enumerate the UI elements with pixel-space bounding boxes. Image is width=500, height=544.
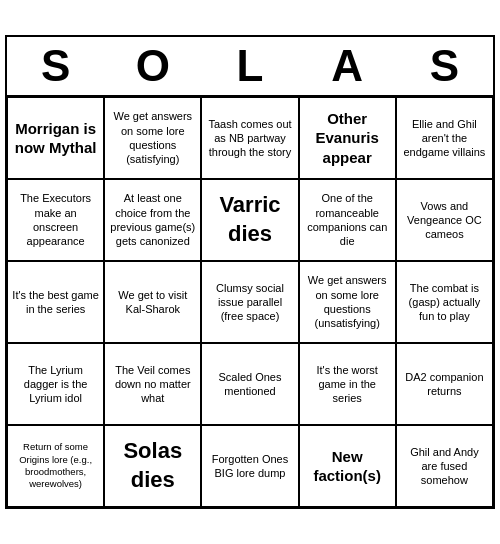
bingo-cell-23: New faction(s) [299, 425, 396, 507]
bingo-cell-20: Return of some Origins lore (e.g., brood… [7, 425, 104, 507]
bingo-cell-21: Solas dies [104, 425, 201, 507]
title-letter-s1: S [11, 41, 101, 91]
bingo-cell-0: Morrigan is now Mythal [7, 97, 104, 179]
bingo-cell-11: We get to visit Kal-Sharok [104, 261, 201, 343]
bingo-cell-4: Ellie and Ghil aren't the endgame villai… [396, 97, 493, 179]
bingo-cell-8: One of the romanceable companions can di… [299, 179, 396, 261]
bingo-cell-18: It's the worst game in the series [299, 343, 396, 425]
bingo-cell-12: Clumsy social issue parallel (free space… [201, 261, 298, 343]
bingo-cell-17: Scaled Ones mentioned [201, 343, 298, 425]
bingo-cell-6: At least one choice from the previous ga… [104, 179, 201, 261]
bingo-cell-13: We get answers on some lore questions (u… [299, 261, 396, 343]
bingo-title: S O L A S [7, 37, 493, 95]
bingo-cell-22: Forgotten Ones BIG lore dump [201, 425, 298, 507]
bingo-cell-5: The Executors make an onscreen appearanc… [7, 179, 104, 261]
bingo-cell-16: The Veil comes down no matter what [104, 343, 201, 425]
title-letter-o: O [108, 41, 198, 91]
bingo-cell-2: Taash comes out as NB partway through th… [201, 97, 298, 179]
bingo-card: S O L A S Morrigan is now MythalWe get a… [5, 35, 495, 509]
bingo-cell-10: It's the best game in the series [7, 261, 104, 343]
bingo-cell-19: DA2 companion returns [396, 343, 493, 425]
title-letter-s2: S [399, 41, 489, 91]
title-letter-a: A [302, 41, 392, 91]
title-letter-l: L [205, 41, 295, 91]
bingo-cell-9: Vows and Vengeance OC cameos [396, 179, 493, 261]
bingo-cell-7: Varric dies [201, 179, 298, 261]
bingo-cell-24: Ghil and Andy are fused somehow [396, 425, 493, 507]
bingo-cell-1: We get answers on some lore questions (s… [104, 97, 201, 179]
bingo-cell-15: The Lyrium dagger is the Lyrium idol [7, 343, 104, 425]
bingo-grid: Morrigan is now MythalWe get answers on … [7, 95, 493, 507]
bingo-cell-14: The combat is (gasp) actually fun to pla… [396, 261, 493, 343]
bingo-cell-3: Other Evanuris appear [299, 97, 396, 179]
